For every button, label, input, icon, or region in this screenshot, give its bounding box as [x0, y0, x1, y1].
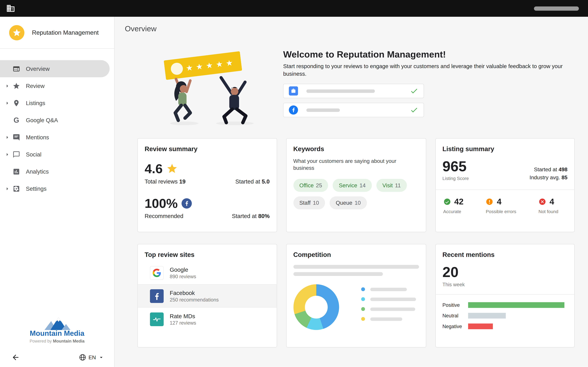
listing-score-block: 965 Listing Score [442, 159, 469, 181]
card-title: Review summary [145, 145, 270, 153]
legend-dot [361, 287, 365, 291]
google-icon [150, 266, 164, 280]
checklist-item-facebook[interactable] [283, 103, 424, 117]
language-selector[interactable]: EN [79, 354, 104, 361]
keywords-subtitle: What your customers are saying about you… [293, 158, 415, 171]
bar-chart-icon [12, 167, 21, 176]
warning-icon [486, 198, 493, 206]
chevron-right-icon [4, 82, 12, 89]
started-at-rating: Started at 5.0 [235, 178, 270, 184]
keyword-pill[interactable]: Visit11 [376, 179, 407, 192]
sentiment-row: Negative [442, 324, 567, 329]
building-icon[interactable] [6, 3, 16, 13]
listing-score: 965 [442, 159, 469, 174]
check-icon [410, 87, 418, 95]
stat-not-found: 4 Not found [538, 197, 558, 214]
setup-checklist [283, 84, 424, 117]
sidebar-item-label: Review [26, 83, 45, 89]
chevron-right-icon [4, 151, 12, 158]
recommended-label: Recommended [145, 213, 183, 219]
chat-bubble-icon [12, 150, 21, 159]
welcome-section: ★★★★★ Welcome t [137, 46, 588, 127]
mountain-icon [42, 315, 72, 331]
checklist-item-google-business[interactable] [283, 84, 424, 98]
app-title: Reputation Management [32, 29, 99, 36]
sidebar-item-label: Overview [26, 66, 50, 72]
sidebar-item-social[interactable]: Social [0, 146, 109, 163]
stat-accurate: 42 Accurate [443, 197, 464, 214]
sidebar-item-overview[interactable]: Overview [0, 60, 109, 77]
site-row-google[interactable]: Google 890 reviews [138, 261, 277, 284]
sentiment-row: Neutral [442, 313, 567, 319]
card-title: Competition [293, 251, 419, 259]
competition-legend [361, 287, 416, 327]
error-icon [538, 198, 546, 206]
sidebar-item-analytics[interactable]: Analytics [0, 163, 109, 180]
ratemds-icon [150, 312, 164, 326]
sidebar-footer: Mountain Media Powered by Mountain Media… [0, 315, 114, 367]
redacted-text-bar [293, 272, 383, 276]
welcome-text: Welcome to Reputation Management! Start … [283, 46, 567, 127]
redacted-legend-label [370, 297, 416, 301]
sidebar-item-label: Analytics [26, 168, 49, 175]
competition-card: Competition [286, 244, 426, 348]
sidebar-item-label: Listings [26, 100, 45, 106]
sidebar-item-listings[interactable]: Listings [0, 94, 109, 111]
legend-dot [361, 297, 365, 301]
site-row-ratemds[interactable]: Rate MDs 127 reviews [138, 308, 277, 331]
competition-donut [293, 284, 339, 330]
keyword-pill[interactable]: Service14 [333, 179, 372, 192]
dashboard-cards: Review summary 4.6 Total reviews 19 Star… [137, 138, 575, 347]
average-rating: 4.6 [145, 162, 163, 175]
keyword-pill[interactable]: Queue10 [330, 197, 367, 209]
sidebar-menu: Overview Review Listings [0, 60, 114, 197]
top-review-sites-card: Top review sites Google 890 reviews [137, 244, 277, 348]
keyword-pill[interactable]: Staff10 [293, 197, 325, 209]
legend-dot [361, 307, 365, 311]
sidebar-item-label: Social [26, 151, 41, 158]
sidebar-item-google-qa[interactable]: G Google Q&A [0, 111, 109, 129]
review-summary-card: Review summary 4.6 Total reviews 19 Star… [137, 138, 277, 232]
location-pin-icon [12, 99, 21, 107]
app-window: Reputation Management Overview Review [0, 0, 588, 367]
chevron-right-icon [4, 134, 12, 141]
recommended-percent: 100% [145, 197, 178, 210]
sidebar-item-label: Google Q&A [26, 117, 58, 123]
listing-score-label: Listing Score [442, 176, 469, 181]
back-arrow-icon[interactable] [11, 353, 20, 362]
keyword-pill[interactable]: Office25 [293, 179, 328, 192]
chevron-right-icon [4, 100, 12, 106]
facebook-icon [150, 289, 164, 303]
mountain-media-logo: Mountain Media Powered by Mountain Media [0, 315, 114, 343]
sentiment-bar [468, 313, 506, 319]
redacted-text-bar [293, 265, 419, 269]
mentions-period: This week [442, 282, 567, 287]
card-title: Recent mentions [442, 251, 567, 259]
redacted-text-bar [306, 89, 375, 93]
sidebar-item-review[interactable]: Review [0, 77, 109, 94]
card-title: Top review sites [138, 244, 277, 261]
language-code: EN [89, 354, 96, 360]
keywords-card: Keywords What your customers are saying … [286, 138, 426, 232]
sidebar: Reputation Management Overview Review [0, 17, 115, 367]
redacted-legend-label [370, 287, 407, 291]
dashboard-icon [12, 65, 21, 73]
redacted-legend-label [370, 307, 415, 311]
chevron-down-icon [98, 354, 104, 360]
total-reviews: Total reviews 19 [145, 178, 186, 184]
check-icon [410, 106, 418, 114]
facebook-icon [182, 198, 192, 208]
site-row-facebook[interactable]: Facebook 250 recommendations [138, 284, 277, 308]
brand-name: Mountain Media [30, 329, 84, 338]
chevron-right-icon [4, 185, 12, 192]
sentiment-bar [468, 324, 493, 329]
globe-icon [79, 354, 86, 361]
sidebar-item-mentions[interactable]: Mentions [0, 129, 109, 146]
card-title: Keywords [293, 145, 419, 153]
sidebar-item-settings[interactable]: Settings [0, 180, 109, 197]
top-bar [0, 0, 588, 17]
sidebar-bottom-bar: EN [0, 353, 114, 362]
powered-by: Powered by Mountain Media [30, 339, 84, 343]
page-title: Overview [125, 24, 588, 33]
facebook-icon [289, 106, 298, 115]
